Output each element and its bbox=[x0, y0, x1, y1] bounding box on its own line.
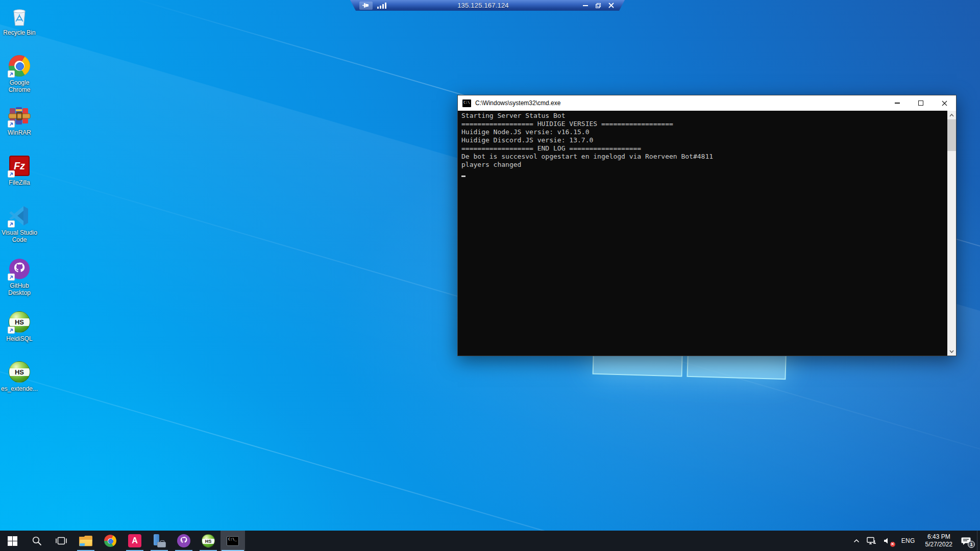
scroll-up-icon[interactable] bbox=[947, 111, 956, 119]
cmd-close-button[interactable] bbox=[933, 95, 956, 111]
taskbar-ip-scanner[interactable]: A bbox=[122, 531, 147, 551]
notification-count-badge: 1 bbox=[968, 541, 975, 548]
network-icon[interactable] bbox=[863, 531, 880, 551]
desktop-icon-label: FileZilla bbox=[9, 179, 30, 186]
filezilla-icon: Fz bbox=[8, 154, 31, 178]
cmd-window: C:\ C:\Windows\system32\cmd.exe Starting… bbox=[457, 95, 957, 356]
clock-date: 5/27/2022 bbox=[925, 541, 952, 548]
volume-muted-icon[interactable]: ✕ bbox=[880, 531, 896, 551]
desktop-icon-es-extended[interactable]: HS es_extende... bbox=[0, 360, 39, 392]
connection-quality-icon[interactable] bbox=[377, 3, 386, 9]
desktop-icon-label: Visual Studio Code bbox=[0, 229, 39, 243]
rdp-minimize-button[interactable] bbox=[580, 1, 591, 10]
taskbar-chrome[interactable] bbox=[98, 531, 122, 551]
taskbar: A HS C:\_ bbox=[0, 531, 980, 551]
pin-icon[interactable] bbox=[359, 2, 373, 10]
shortcut-arrow-icon bbox=[8, 273, 15, 281]
search-button[interactable] bbox=[24, 531, 49, 551]
desktop-icon-label: Recycle Bin bbox=[3, 29, 35, 36]
taskbar-cmd[interactable]: C:\_ bbox=[220, 531, 245, 551]
console-output: Starting Server Status Bot =============… bbox=[458, 111, 956, 169]
shortcut-arrow-icon bbox=[8, 327, 15, 334]
console-scrollbar[interactable] bbox=[947, 111, 956, 356]
taskbar-clock[interactable]: 6:43 PM 5/27/2022 bbox=[920, 531, 958, 551]
github-desktop-icon bbox=[8, 257, 31, 281]
rdp-close-button[interactable] bbox=[605, 1, 617, 10]
recycle-bin-icon bbox=[8, 4, 31, 28]
shortcut-arrow-icon bbox=[8, 70, 15, 78]
taskbar-device-app[interactable] bbox=[147, 531, 172, 551]
shortcut-arrow-icon bbox=[8, 220, 15, 228]
task-view-button[interactable] bbox=[49, 531, 74, 551]
clock-time: 6:43 PM bbox=[927, 533, 950, 541]
heidisql-icon: HS bbox=[8, 310, 31, 334]
system-tray: ✕ ENG 6:43 PM 5/27/2022 1 bbox=[850, 531, 980, 551]
rdp-address: 135.125.167.124 bbox=[386, 2, 580, 9]
desktop-icon-label: es_extende... bbox=[1, 385, 38, 392]
desktop-icon-github-desktop[interactable]: GitHub Desktop bbox=[0, 257, 39, 296]
vscode-icon bbox=[8, 204, 31, 228]
desktop-icon-heidisql[interactable]: HS HeidiSQL bbox=[0, 310, 39, 342]
desktop-icon-label: Google Chrome bbox=[0, 79, 39, 93]
action-center-button[interactable]: 1 bbox=[958, 531, 977, 551]
console-cursor bbox=[461, 176, 465, 177]
scrollbar-thumb[interactable] bbox=[947, 119, 956, 151]
rdp-restore-button[interactable] bbox=[593, 1, 604, 10]
rdp-connection-bar[interactable]: 135.125.167.124 bbox=[350, 0, 625, 11]
desktop-icon-label: HeidiSQL bbox=[6, 335, 32, 342]
scroll-down-icon[interactable] bbox=[947, 347, 956, 356]
shortcut-arrow-icon bbox=[8, 120, 15, 128]
chrome-icon bbox=[8, 54, 31, 78]
desktop-icon-google-chrome[interactable]: Google Chrome bbox=[0, 54, 39, 93]
desktop-icon-winrar[interactable]: WinRAR bbox=[0, 104, 39, 136]
desktop-icon-label: GitHub Desktop bbox=[0, 282, 39, 296]
hidden-icons-chevron[interactable] bbox=[850, 531, 863, 551]
cmd-maximize-button[interactable] bbox=[909, 95, 933, 111]
desktop-icon-vscode[interactable]: Visual Studio Code bbox=[0, 204, 39, 243]
cmd-app-icon: C:\ bbox=[462, 99, 471, 107]
desktop-icon-recycle-bin[interactable]: Recycle Bin bbox=[0, 4, 39, 36]
heidisql-file-icon: HS bbox=[8, 360, 31, 384]
taskbar-github-desktop[interactable] bbox=[172, 531, 196, 551]
show-desktop-button[interactable] bbox=[977, 531, 980, 551]
cmd-minimize-button[interactable] bbox=[886, 95, 909, 111]
cmd-titlebar[interactable]: C:\ C:\Windows\system32\cmd.exe bbox=[458, 95, 956, 111]
desktop-icon-filezilla[interactable]: Fz FileZilla bbox=[0, 154, 39, 186]
winrar-icon bbox=[8, 104, 31, 128]
taskbar-heidisql[interactable]: HS bbox=[196, 531, 220, 551]
desktop-icon-label: WinRAR bbox=[8, 129, 31, 136]
desktop: 135.125.167.124 Recycle Bin bbox=[0, 0, 980, 551]
volume-mute-badge: ✕ bbox=[890, 542, 895, 547]
cmd-console[interactable]: Starting Server Status Bot =============… bbox=[458, 111, 956, 356]
start-button[interactable] bbox=[0, 531, 24, 551]
language-indicator[interactable]: ENG bbox=[896, 531, 920, 551]
cmd-window-title: C:\Windows\system32\cmd.exe bbox=[475, 99, 560, 107]
shortcut-arrow-icon bbox=[8, 170, 15, 178]
taskbar-file-explorer[interactable] bbox=[74, 531, 98, 551]
